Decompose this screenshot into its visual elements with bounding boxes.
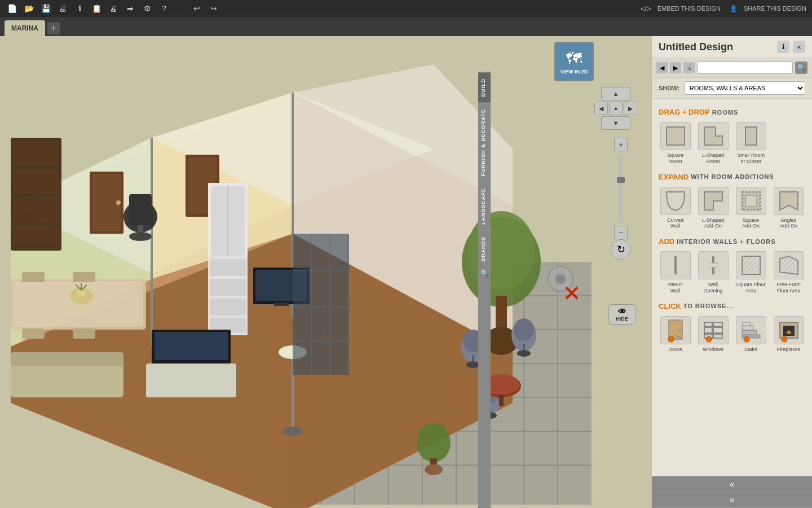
curved-wall-label: CurvedWall: [667, 217, 683, 230]
panel-nav-forward[interactable]: ▶: [670, 62, 681, 73]
svg-rect-28: [14, 169, 60, 194]
square-room-icon-box: [660, 122, 691, 150]
svg-rect-107: [667, 127, 685, 145]
svg-point-135: [744, 336, 749, 342]
l-shaped-addon-svg: [702, 190, 725, 212]
angled-addon-svg: [778, 190, 800, 212]
square-addon-label: SquareAdd-On: [742, 217, 760, 230]
item-square-floor[interactable]: Square FloorArea: [734, 251, 767, 294]
svg-point-124: [679, 329, 681, 331]
item-l-shaped-room[interactable]: L-ShapedRoom: [696, 122, 730, 165]
svg-point-125: [668, 336, 674, 342]
open-icon[interactable]: 📂: [23, 2, 35, 15]
drag-drop-rooms-grid: SquareRoom L-ShapedRoom: [659, 122, 805, 165]
tab-search[interactable]: 🔍: [478, 267, 491, 279]
interior-wall-icon-box: [660, 251, 691, 279]
nav-down-button[interactable]: ▼: [601, 116, 630, 130]
tab-build[interactable]: BUILD: [478, 72, 491, 103]
svg-point-79: [425, 464, 443, 475]
item-small-room[interactable]: Small Roomor Closet: [734, 122, 767, 165]
tab-brands[interactable]: BRANDS: [478, 230, 491, 268]
l-shaped-addon-label: L-ShapedAdd-On: [702, 217, 724, 230]
item-angled-addon[interactable]: AngledAdd-On: [772, 187, 805, 230]
eye-icon: 👁: [618, 307, 626, 316]
tab-add-button[interactable]: +: [47, 22, 60, 34]
show-select[interactable]: ROOMS, WALLS & AREAS FURNISHINGS ALL: [685, 81, 805, 95]
svg-rect-58: [22, 329, 45, 339]
tab-marina[interactable]: MARINA: [5, 20, 45, 36]
fireplaces-label: Fireplaces: [777, 347, 801, 353]
tab-landscape[interactable]: LANDSCAPE: [478, 182, 491, 230]
rotate-button[interactable]: ↻: [611, 239, 631, 260]
collapse-up-button[interactable]: «: [652, 476, 812, 492]
wall-opening-icon-box: [698, 251, 729, 279]
nav-right-button[interactable]: ▶: [624, 102, 637, 115]
settings-icon[interactable]: ⚙: [141, 2, 153, 15]
square-floor-icon-box: [736, 251, 766, 279]
panel-nav-back[interactable]: ◀: [656, 62, 668, 73]
svg-rect-51: [129, 194, 152, 225]
collapse-down-button[interactable]: »: [652, 492, 812, 508]
section-expand-header: EXPAND WITH ROOM ADDITIONS: [659, 173, 805, 181]
item-l-shaped-addon[interactable]: L-ShapedAdd-On: [696, 187, 730, 230]
collapse-buttons: « »: [652, 476, 812, 508]
svg-point-74: [467, 211, 535, 290]
item-doors[interactable]: Doors: [659, 316, 692, 353]
undo-button[interactable]: ↩: [191, 2, 203, 15]
panel-nav-home[interactable]: ⌂: [683, 62, 695, 73]
print-icon[interactable]: 🖨: [56, 2, 69, 15]
info-icon[interactable]: ℹ: [73, 2, 86, 15]
svg-marker-121: [780, 256, 798, 274]
toolbar-right: </> EMBED THIS DESIGN 👤 SHARE THIS DESIG…: [641, 5, 806, 13]
item-windows[interactable]: Windows: [696, 316, 730, 353]
item-stairs[interactable]: Stairs: [734, 316, 767, 353]
item-fireplaces[interactable]: Fireplaces: [772, 316, 805, 353]
svg-rect-114: [674, 256, 677, 274]
nav-center-button[interactable]: ●: [609, 102, 623, 115]
panel-header: Untitled Design ℹ «: [652, 36, 812, 58]
wall-opening-label: WallOpening: [703, 282, 722, 294]
print2-icon[interactable]: 🖨: [107, 2, 120, 15]
svg-marker-110: [704, 192, 722, 210]
zoom-track[interactable]: [619, 155, 623, 222]
item-square-room[interactable]: SquareRoom: [659, 122, 692, 165]
svg-rect-44: [210, 279, 246, 296]
save-icon[interactable]: 💾: [39, 2, 52, 15]
info-panel-icon[interactable]: ℹ: [777, 41, 789, 53]
nav-up-button[interactable]: ▲: [601, 87, 630, 100]
svg-rect-128: [712, 322, 714, 338]
export-icon[interactable]: ➡: [124, 2, 136, 15]
doors-icon-box: [660, 316, 691, 344]
redo-button[interactable]: ↪: [208, 2, 220, 15]
item-square-addon[interactable]: SquareAdd-On: [734, 187, 767, 230]
item-freeform-floor[interactable]: Free-FormFloor Area: [772, 251, 805, 294]
new-icon[interactable]: 📄: [6, 2, 18, 15]
nav-left-button[interactable]: ◀: [594, 102, 608, 115]
tab-furnish[interactable]: FURNISH & DECORATE: [478, 103, 491, 182]
help-icon[interactable]: ?: [158, 2, 170, 15]
zoom-thumb[interactable]: [617, 177, 625, 183]
hide-button[interactable]: 👁 HIDE: [608, 304, 636, 325]
svg-rect-43: [210, 259, 246, 276]
svg-rect-109: [745, 127, 757, 145]
svg-rect-69: [155, 332, 228, 360]
stairs-icon-svg: [740, 318, 762, 343]
panel-search-button[interactable]: 🔍: [795, 62, 807, 74]
embed-button[interactable]: </> EMBED THIS DESIGN: [641, 5, 721, 13]
panel-content: DRAG + DROP ROOMS SquareRoom: [652, 99, 812, 476]
zoom-out-button[interactable]: −: [614, 226, 628, 239]
section-accent-2: EXPAND: [659, 173, 689, 181]
panel-search-input[interactable]: [697, 62, 793, 74]
pages-icon[interactable]: 📋: [90, 2, 103, 15]
item-curved-wall[interactable]: CurvedWall: [659, 187, 692, 230]
canvas[interactable]: ⚙ 🗺 VIEW IN 2D ▲ ◀ ● ▶ ▼: [0, 36, 639, 508]
interior-wall-svg: [664, 254, 687, 277]
minimap[interactable]: 🗺 VIEW IN 2D: [554, 42, 594, 81]
share-button[interactable]: 👤 SHARE THIS DESIGN: [730, 5, 806, 12]
small-room-icon-box: [736, 122, 766, 150]
section-rest-3: INTERIOR WALLS + FLOORS: [677, 238, 775, 245]
item-wall-opening[interactable]: WallOpening: [696, 251, 730, 294]
item-interior-wall[interactable]: InteriorWall: [659, 251, 692, 294]
zoom-in-button[interactable]: +: [614, 138, 628, 151]
collapse-panel-icon[interactable]: «: [793, 41, 805, 53]
